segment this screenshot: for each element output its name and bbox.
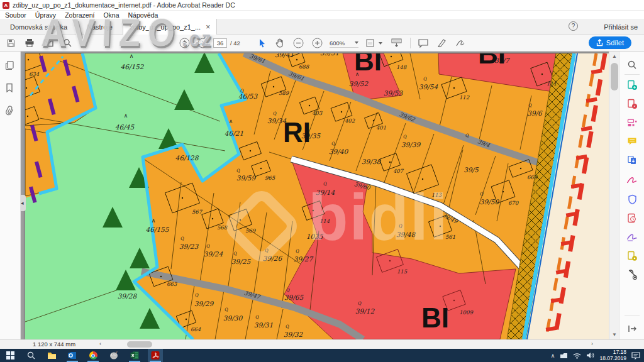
document-viewport[interactable]: QQQQQQQQQQQQQQQQQQQQQQ∧∧∧∧∧46/15246/4546… [21,52,609,339]
page-number-input[interactable] [213,38,227,48]
export-pdf-icon[interactable] [626,155,638,166]
print-button[interactable] [23,36,36,50]
right-tools-panel [619,52,644,339]
page-thumbnails-icon[interactable] [5,60,16,72]
fit-page-button[interactable] [365,36,384,50]
file-explorer-icon[interactable] [44,349,59,362]
menu-soubor[interactable]: Soubor [5,11,26,19]
vertical-scroll-thumb[interactable] [611,63,618,90]
tray-chevron-icon[interactable]: ∧ [551,353,555,359]
outlook-icon[interactable] [65,349,80,362]
building-label: 663 [167,281,177,287]
volume-icon[interactable] [586,352,594,359]
tab-home[interactable]: Domovská stránka [4,19,74,35]
create-pdf-icon[interactable] [626,79,638,90]
edit-pdf-icon[interactable] [626,98,638,109]
email-button[interactable] [42,36,55,50]
building-label: 112 [459,94,470,101]
parcel-label: 46/152 [121,63,145,70]
scroll-down-arrow[interactable]: ▼ [609,330,619,339]
building-label: 567 [192,209,203,215]
parcel-label: 39/65 [284,293,304,301]
wifi-icon[interactable] [573,353,581,359]
sign-tool[interactable] [453,36,467,50]
share-button[interactable]: Sdílet [589,36,631,49]
page-down-button[interactable] [196,36,209,50]
prepare-form-icon[interactable] [626,250,638,261]
scroll-left-arrow[interactable]: ‹ [99,341,101,347]
menu-upravy[interactable]: Úpravy [35,11,56,19]
chrome-icon[interactable] [86,349,101,362]
tab-close-icon[interactable]: × [206,23,210,31]
comment-tool-icon[interactable] [626,136,638,147]
save-button[interactable] [4,36,18,50]
parcel-label: 39/52 [349,80,369,87]
zoom-level-value: 600% [330,40,345,47]
zoom-level-dropdown[interactable]: 600% [330,38,358,48]
page-total-label: / 42 [230,40,240,47]
hand-tool[interactable] [273,36,287,50]
building-label: 401 [376,124,386,131]
page-up-button[interactable] [177,36,191,50]
highlight-tool[interactable] [435,36,448,50]
search-icon[interactable] [60,36,74,50]
map-symbol-tree: ∧ [124,112,128,119]
building-label: 634 [29,71,40,77]
help-icon[interactable]: ? [569,21,578,31]
sign-in-button[interactable]: Přihlásit se [604,19,638,35]
tab-tools-label: Nástroje [87,23,113,31]
find-tools-icon[interactable] [626,59,638,70]
gimp-icon[interactable] [106,349,121,362]
organize-pages-icon[interactable] [626,117,638,128]
horizontal-scroll-thumb[interactable] [127,341,152,348]
expand-panel-icon[interactable] [626,323,638,334]
scroll-mode-button[interactable] [389,36,403,50]
tab-document-label: zdiby_uz_up_po_z1_... [130,23,201,31]
parcel-label: 46/155 [146,226,170,233]
more-tools-icon[interactable] [626,269,638,280]
menu-napoveda[interactable]: Nápověda [128,11,158,19]
parcel-label: 39/30 [223,314,243,322]
parcel-label: 39/28 [118,292,138,300]
toolbar-separator [410,38,411,48]
attachments-icon[interactable] [5,106,16,117]
fill-sign-icon[interactable] [626,175,638,186]
action-center-icon[interactable] [631,352,640,359]
zoom-out-button[interactable] [291,36,305,50]
parcel-label: 46/21 [225,129,243,137]
building-label: 114 [319,218,330,224]
map-page[interactable]: QQQQQQQQQQQQQQQQQQQQQQ∧∧∧∧∧46/15246/4546… [25,53,609,339]
scroll-up-arrow[interactable]: ▲ [609,52,619,61]
share-button-label: Sdílet [606,39,624,47]
excel-icon[interactable] [127,349,142,362]
building-label: 568 [217,224,228,231]
start-button[interactable] [3,349,18,362]
parcel-label: 39/23 [179,243,199,250]
building-label: 589 [279,90,290,96]
pointer-tool[interactable] [255,36,269,50]
acrobat-taskbar-icon[interactable] [148,349,163,362]
parcel-label: 39/53 [384,89,404,97]
certificates-icon[interactable] [626,231,638,243]
protect-icon[interactable] [626,194,638,205]
menu-okna[interactable]: Okna [103,11,119,19]
building-label: 1009 [459,309,474,315]
panel-collapse-arrow[interactable]: ◂ [21,195,26,211]
parcel-label: 39/14 [316,189,335,196]
document-history-icon[interactable] [626,212,638,224]
panel-divider [625,315,640,316]
comment-tool[interactable] [416,36,430,50]
tab-tools[interactable]: Nástroje [80,19,119,35]
taskbar-search-icon[interactable] [23,349,38,362]
tab-home-label: Domovská stránka [10,23,67,31]
taskbar-clock[interactable]: 17:18 18.07.2019 [599,349,626,362]
scroll-right-arrow[interactable]: › [591,341,593,347]
zone-label: BI [421,302,449,333]
vertical-scrollbar[interactable]: ▲ ▼ [609,52,619,339]
bookmarks-icon[interactable] [5,83,16,94]
tray-app-icon[interactable] [560,353,568,359]
zoom-in-button[interactable] [310,36,324,50]
parcel-label: 39/40 [329,148,349,155]
menu-zobrazeni[interactable]: Zobrazení [65,11,94,19]
tab-document[interactable]: zdiby_uz_up_po_z1_... × [123,19,217,35]
